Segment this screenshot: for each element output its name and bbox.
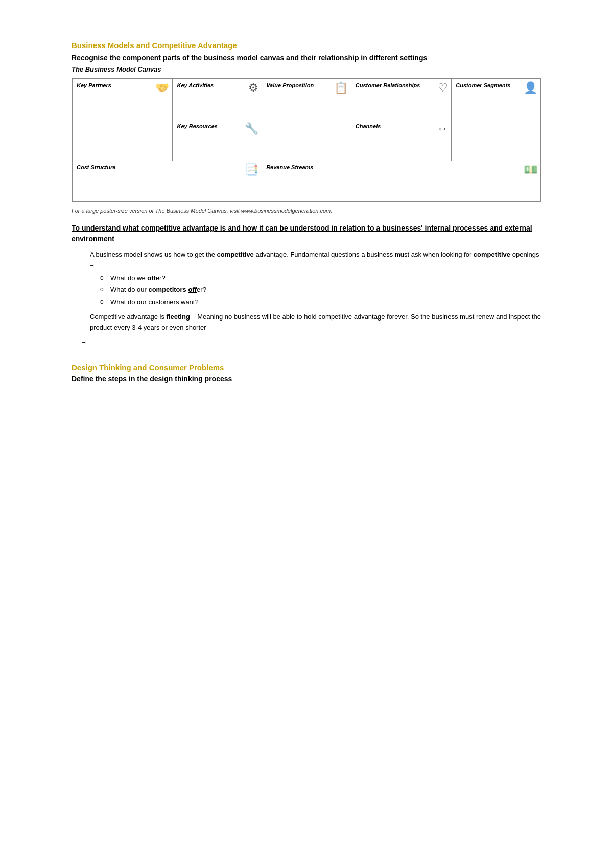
bold-fleeting: fleeting <box>167 313 190 321</box>
cell-key-resources: Key Resources 🔧 <box>173 120 262 161</box>
bullet-1: A business model shows us how to get the… <box>82 249 541 308</box>
section1-title: Business Models and Competitive Advantag… <box>72 41 541 50</box>
revenue-streams-label: Revenue Streams <box>266 164 536 170</box>
channels-icon: ↔ <box>437 122 448 135</box>
cell-key-activities: Key Activities ⚙ <box>173 79 262 120</box>
cell-value-proposition: Value Proposition 📋 <box>262 79 351 161</box>
key-activities-label: Key Activities <box>177 82 257 88</box>
cell-cost-structure: Cost Structure 📑 <box>73 161 262 202</box>
cell-channels: Channels ↔ <box>351 120 451 161</box>
cell-customer-segments: Customer Segments 👤 <box>452 79 541 161</box>
bold-competitive-1: competitive <box>217 250 254 258</box>
business-model-canvas: Key Partners 🤝 Key Activities ⚙ Value Pr… <box>72 78 541 202</box>
customer-relationships-label: Customer Relationships <box>356 82 447 88</box>
key-activities-icon: ⚙ <box>248 81 258 95</box>
bullet-list: A business model shows us how to get the… <box>82 249 541 348</box>
section3-subtitle: Define the steps in the design thinking … <box>72 375 541 383</box>
cost-structure-icon: 📑 <box>245 163 258 176</box>
cell-customer-relationships: Customer Relationships ♡ <box>351 79 451 120</box>
value-proposition-icon: 📋 <box>334 81 348 95</box>
bold-competitors: competitors <box>148 286 186 293</box>
sub-bullet-list: What do we offer? What do our competitor… <box>100 273 541 308</box>
sub-bullet-3: What do our customers want? <box>100 297 541 308</box>
section3-title: Design Thinking and Consumer Problems <box>72 363 541 372</box>
sub-bullet-1: What do we offer? <box>100 273 541 284</box>
section2-heading: To understand what competitive advantage… <box>72 223 541 244</box>
cell-key-partners: Key Partners 🤝 <box>73 79 173 161</box>
bold-offer-1: off <box>147 274 156 282</box>
canvas-title: The Business Model Canvas <box>72 65 541 73</box>
section1-subtitle: Recognise the component parts of the bus… <box>72 53 541 63</box>
bullet-3 <box>82 337 541 348</box>
revenue-streams-icon: 💵 <box>524 163 537 176</box>
cell-revenue-streams: Revenue Streams 💵 <box>262 161 541 202</box>
key-resources-icon: 🔧 <box>245 122 258 135</box>
channels-label: Channels <box>356 123 447 129</box>
key-partners-label: Key Partners <box>77 82 168 88</box>
canvas-table: Key Partners 🤝 Key Activities ⚙ Value Pr… <box>72 79 541 202</box>
bold-competitive-2: competitive <box>474 250 510 258</box>
sub-bullet-2: What do our competitors offer? <box>100 285 541 295</box>
bullet-2: Competitive advantage is fleeting – Mean… <box>82 312 541 333</box>
bold-offer-2: off <box>188 286 197 293</box>
cost-structure-label: Cost Structure <box>77 164 257 170</box>
key-partners-icon: 🤝 <box>155 81 169 95</box>
canvas-footer-note: For a large poster-size version of The B… <box>72 208 541 214</box>
customer-segments-icon: 👤 <box>524 81 537 95</box>
customer-relationships-icon: ♡ <box>438 81 448 95</box>
